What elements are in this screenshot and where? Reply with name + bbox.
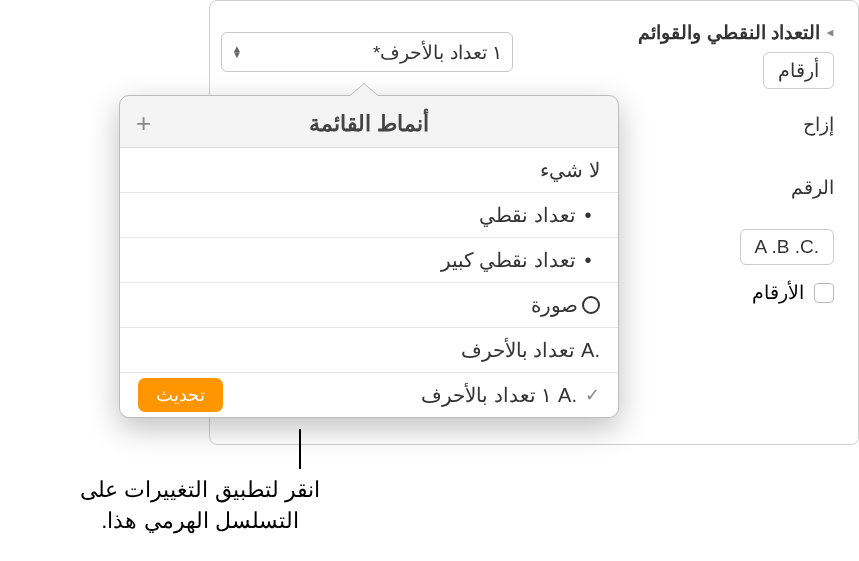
bullet-dot-icon: [576, 204, 600, 227]
number-format-display[interactable]: .A .B .C: [740, 229, 834, 265]
prefix-label: A.: [581, 339, 600, 362]
chevron-updown-icon: ▲▼: [232, 46, 242, 58]
list-styles-list: لا شيء تعداد نقطي تعداد نقطي كبير صورة A…: [120, 147, 618, 417]
update-style-button[interactable]: تحديث: [138, 378, 223, 412]
section-title: التعداد النقطي والقوائم: [638, 21, 820, 44]
checkmark-icon: ✓: [585, 384, 600, 406]
tiered-numbers-checkbox[interactable]: [814, 283, 834, 303]
callout-text: انقر لتطبيق التغييرات على التسلسل الهرمي…: [60, 475, 340, 537]
list-style-dropdown[interactable]: ١ تعداد بالأحرف* ▲▼: [221, 32, 513, 72]
list-item-lettered[interactable]: A. تعداد بالأحرف: [120, 328, 618, 373]
disclosure-triangle-icon: ▾: [824, 30, 838, 36]
popover-title: أنماط القائمة: [166, 111, 572, 137]
tiered-numbers-label: الأرقام: [752, 281, 804, 304]
list-item-image[interactable]: صورة: [120, 283, 618, 328]
bullet-circle-icon: [582, 296, 600, 314]
numbers-tab-button[interactable]: أرقام: [763, 52, 834, 89]
add-style-button[interactable]: +: [136, 108, 166, 139]
list-item-bullet-large[interactable]: تعداد نقطي كبير: [120, 238, 618, 283]
callout-leader-line: [299, 429, 301, 469]
list-styles-popover: + أنماط القائمة لا شيء تعداد نقطي تعداد …: [119, 95, 619, 418]
list-item-none[interactable]: لا شيء: [120, 148, 618, 193]
list-item-bullet[interactable]: تعداد نقطي: [120, 193, 618, 238]
bullet-dot-icon: [576, 249, 600, 272]
list-style-dropdown-value: ١ تعداد بالأحرف*: [373, 41, 502, 64]
list-item-lettered-1[interactable]: ✓ A. ١ تعداد بالأحرف تحديث: [120, 373, 618, 417]
prefix-label: A.: [558, 384, 577, 407]
